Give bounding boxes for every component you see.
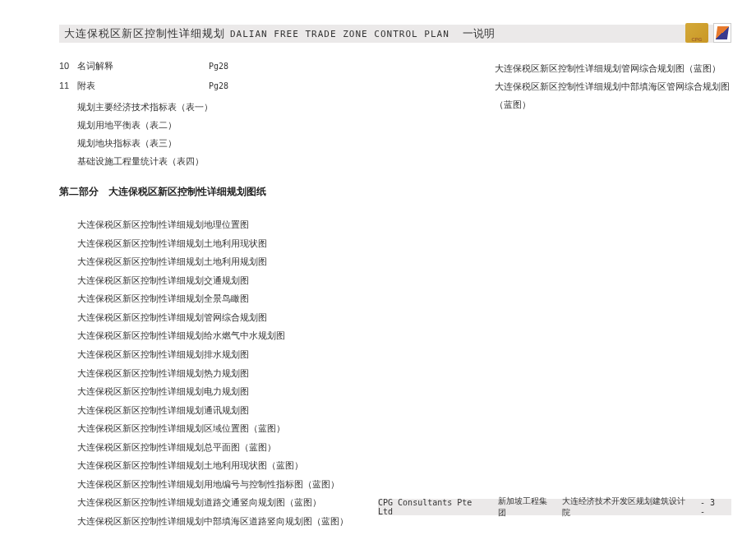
drawing-item: 大连保税区新区控制性详细规划用地编号与控制性指标图（蓝图） [77,475,454,494]
toc-label: 附表 [77,79,209,94]
toc-sub-item: 基础设施工程量统计表（表四） [77,152,454,170]
drawing-item: 大连保税区新区控制性详细规划给水燃气中水规划图 [77,326,454,345]
toc-sub-item: 规划地块指标表（表三） [77,134,454,152]
drawing-item: 大连保税区新区控制性详细规划土地利用规划图 [77,252,454,271]
drawing-item: 大连保税区新区控制性详细规划地理位置图 [77,215,454,234]
footer-company-en: CPG Consultants Pte Ltd [378,498,491,516]
drawing-item: 大连保税区新区控制性详细规划电力规划图 [77,382,454,401]
toc-number: 10 [59,59,77,74]
partner-logo-icon [713,23,731,43]
header-title: 大连保税区新区控制性详细规划 DALIAN FREE TRADE ZONE CO… [64,26,495,41]
drawing-item: 大连保税区新区控制性详细规划土地利用现状图（蓝图） [77,456,454,475]
drawing-item: 大连保税区新区控制性详细规划总平面图（蓝图） [77,438,454,457]
drawing-item: 大连保税区新区控制性详细规划通讯规划图 [77,401,454,420]
left-column: 10 名词解释 Pg28 11 附表 Pg28 规划主要经济技术指标表（表一） … [59,59,454,502]
drawing-item: 大连保税区新区控制性详细规划区域位置图（蓝图） [77,419,454,438]
content-area: 10 名词解释 Pg28 11 附表 Pg28 规划主要经济技术指标表（表一） … [59,59,731,502]
toc-page: Pg28 [209,60,228,73]
toc-number: 11 [59,79,77,94]
part2-title: 第二部分 大连保税区新区控制性详细规划图纸 [59,185,454,199]
toc-sub-item: 规划主要经济技术指标表（表一） [77,98,454,116]
drawing-item: 大连保税区新区控制性详细规划交通规划图 [77,271,454,290]
header-section-label: 一说明 [463,26,495,41]
drawing-item: 大连保税区新区控制性详细规划土地利用现状图 [77,234,454,253]
drawing-item: 大连保税区新区控制性详细规划管网综合规划图（蓝图） [495,59,731,77]
footer-bar: CPG Consultants Pte Ltd 新加坡工程集团 大连经济技术开发… [378,499,731,515]
toc-row: 11 附表 Pg28 [59,79,454,94]
drawing-item: 大连保税区新区控制性详细规划排水规划图 [77,345,454,364]
cpg-logo-icon [685,23,708,43]
toc-label: 名词解释 [77,59,209,74]
drawing-item: 大连保税区新区控制性详细规划全景鸟瞰图 [77,289,454,308]
right-column: 大连保税区新区控制性详细规划管网综合规划图（蓝图） 大连保税区新区控制性详细规划… [495,59,731,502]
header-bar: 大连保税区新区控制性详细规划 DALIAN FREE TRADE ZONE CO… [59,25,731,43]
drawing-item: 大连保税区新区控制性详细规划热力规划图 [77,364,454,383]
drawing-item: 大连保税区新区控制性详细规划中部填海区管网综合规划图（蓝图） [495,77,731,113]
toc-sub-item: 规划用地平衡表（表二） [77,116,454,134]
header-logos [685,23,731,43]
drawing-item: 大连保税区新区控制性详细规划管网综合规划图 [77,308,454,327]
toc-row: 10 名词解释 Pg28 [59,59,454,74]
footer-company-cn1: 新加坡工程集团 [498,496,555,519]
footer-page-number: - 3 - [700,498,725,516]
header-title-cn: 大连保税区新区控制性详细规划 [64,26,225,41]
header-title-en: DALIAN FREE TRADE ZONE CONTROL PLAN [230,29,449,39]
footer-company-cn2: 大连经济技术开发区规划建筑设计院 [562,496,694,519]
toc-page: Pg28 [209,80,228,93]
